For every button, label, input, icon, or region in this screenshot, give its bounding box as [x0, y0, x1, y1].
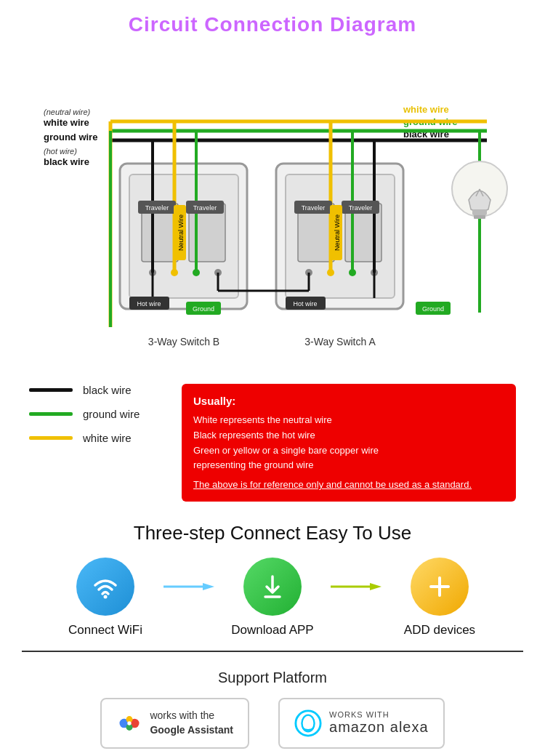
- support-title: Support Platform: [0, 669, 545, 686]
- legend-green: ground wire: [29, 408, 160, 420]
- usually-title: Usually:: [193, 393, 504, 410]
- legend-left: black wire ground wire white wire: [29, 384, 160, 444]
- google-assistant-icon: [116, 710, 142, 736]
- yellow-line: [29, 436, 73, 440]
- svg-text:Traveler: Traveler: [145, 204, 169, 212]
- svg-text:Ground: Ground: [193, 305, 214, 313]
- svg-marker-71: [203, 583, 214, 590]
- svg-point-69: [104, 595, 108, 598]
- arrow1: [164, 579, 214, 616]
- svg-rect-43: [472, 209, 487, 215]
- green-wire-label: ground wire: [83, 408, 140, 420]
- three-step-section: Three-step Connect Easy To Use Connect W…: [0, 509, 545, 643]
- svg-marker-74: [370, 583, 382, 590]
- step2-label: Download APP: [231, 623, 313, 638]
- legend-section: black wire ground wire white wire Usuall…: [0, 371, 545, 509]
- download-icon-circle: [243, 558, 302, 616]
- google-assistant-badge: works with the Google Assistant: [100, 698, 249, 749]
- yellow-wire-label: white wire: [83, 432, 132, 444]
- google-line1: works with the: [150, 709, 233, 723]
- three-step-title: Three-step Connect Easy To Use: [0, 522, 545, 544]
- svg-text:3-Way Switch A: 3-Way Switch A: [304, 336, 376, 347]
- arrow2: [331, 579, 382, 616]
- legend-yellow: white wire: [29, 432, 160, 444]
- svg-text:white wire: white wire: [403, 104, 449, 115]
- legend-line4: representing the ground wire: [193, 458, 504, 473]
- svg-text:Neutral Wire: Neutral Wire: [334, 214, 341, 251]
- add-icon-circle: [411, 558, 469, 616]
- svg-text:Traveler: Traveler: [349, 204, 373, 212]
- black-line: [29, 388, 73, 392]
- step-download: Download APP: [214, 558, 331, 638]
- svg-text:Traveler: Traveler: [302, 204, 326, 212]
- wifi-icon-circle: [76, 558, 134, 616]
- legend-box: Usually: White represents the neutral wi…: [182, 384, 516, 502]
- black-wire-label: black wire: [83, 384, 132, 396]
- legend-line3: Green or yellow or a single bare copper …: [193, 443, 504, 459]
- legend-reference: The above is for reference only and cann…: [193, 478, 504, 493]
- svg-text:(neutral wire): (neutral wire): [44, 108, 91, 116]
- divider: [22, 651, 523, 652]
- svg-text:(hot wire): (hot wire): [44, 147, 77, 156]
- amazon-alexa-icon: [294, 709, 322, 737]
- amazon-alexa-badge: WORKS WITH amazon alexa: [278, 698, 445, 749]
- step-add: ADD devices: [382, 558, 498, 638]
- svg-text:Hot wire: Hot wire: [137, 300, 161, 307]
- step3-label: ADD devices: [404, 623, 475, 638]
- alexa-works-with: WORKS WITH: [329, 710, 429, 719]
- alexa-badge-text: WORKS WITH amazon alexa: [329, 710, 429, 736]
- svg-rect-44: [474, 215, 485, 219]
- alexa-name: amazon alexa: [329, 719, 429, 736]
- svg-text:Traveler: Traveler: [193, 204, 217, 212]
- svg-text:Hot wire: Hot wire: [293, 300, 317, 307]
- svg-text:Neutral Wire: Neutral Wire: [177, 214, 185, 251]
- svg-text:3-Way Switch B: 3-Way Switch B: [148, 336, 219, 347]
- support-logos: works with the Google Assistant WORKS WI…: [0, 698, 545, 749]
- google-line2: Google Assistant: [150, 723, 233, 738]
- green-line: [29, 412, 73, 416]
- google-badge-text: works with the Google Assistant: [150, 709, 233, 737]
- svg-text:black wire: black wire: [44, 156, 89, 167]
- svg-text:white wire: white wire: [43, 117, 89, 128]
- circuit-diagram: (neutral wire) white wire ground wire (h…: [0, 44, 545, 371]
- support-section: Support Platform works with the Google A…: [0, 659, 545, 756]
- legend-line2: Black represents the hot wire: [193, 428, 504, 443]
- svg-text:Ground: Ground: [422, 305, 444, 313]
- steps-row: Connect WiFi Download APP: [0, 558, 545, 638]
- legend-line1: White represents the neutral wire: [193, 413, 504, 428]
- svg-text:ground wire: ground wire: [44, 132, 97, 142]
- step-wifi: Connect WiFi: [47, 558, 164, 638]
- step1-label: Connect WiFi: [68, 623, 142, 638]
- page-title: Circuit Connection Diagram: [0, 0, 545, 44]
- svg-point-79: [122, 719, 127, 724]
- legend-black: black wire: [29, 384, 160, 396]
- svg-point-83: [128, 721, 132, 725]
